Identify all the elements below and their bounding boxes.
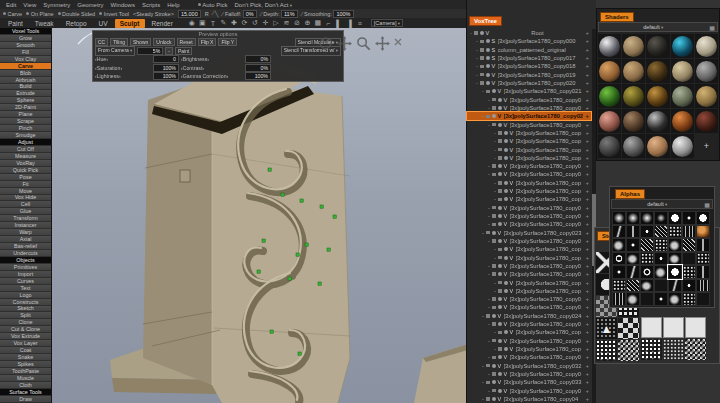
shader-swatch[interactable] (598, 34, 621, 58)
visibility-toggle-icon[interactable] (498, 372, 502, 376)
expander-icon[interactable]: - (494, 255, 496, 261)
expander-icon[interactable]: - (488, 304, 490, 310)
tool-item-carve[interactable]: Carve (0, 63, 51, 70)
stencil-swatch[interactable] (618, 318, 639, 339)
stencil-swatch[interactable] (685, 317, 706, 338)
tab-retopo[interactable]: Retopo (61, 19, 92, 28)
vertex-marker[interactable] (300, 199, 303, 202)
alpha-swatch[interactable] (640, 211, 654, 225)
expander-icon[interactable]: - (482, 313, 484, 319)
visibility-toggle-icon[interactable] (504, 181, 508, 185)
tool-item-cloth[interactable]: Cloth (0, 382, 51, 389)
alpha-swatch[interactable] (612, 292, 626, 306)
vertex-marker[interactable] (327, 248, 330, 251)
expander-icon[interactable]: - (482, 363, 484, 369)
visibility-toggle-icon[interactable] (486, 73, 490, 77)
tab-uv[interactable]: UV (94, 19, 113, 28)
expander-icon[interactable]: - (488, 163, 490, 169)
stencil-swatch[interactable] (618, 340, 639, 361)
voxtree-row[interactable]: -V[3x]polySurface1780_cop+ (467, 195, 591, 203)
shader-swatch[interactable] (622, 134, 645, 158)
visibility-toggle-icon[interactable] (504, 330, 508, 334)
add-child-icon[interactable]: + (585, 329, 589, 335)
sphere-icon[interactable]: ◉ (188, 19, 196, 27)
visibility-toggle-icon[interactable] (498, 123, 502, 127)
expander-icon[interactable]: - (476, 47, 478, 53)
visibility-toggle-icon[interactable] (498, 389, 502, 393)
ghost-toggle-icon[interactable] (492, 106, 496, 110)
alpha-swatch[interactable] (640, 279, 654, 293)
alpha-swatch[interactable] (654, 292, 668, 306)
visibility-toggle-icon[interactable] (498, 305, 502, 309)
ghost-toggle-icon[interactable] (492, 173, 496, 177)
expander-icon[interactable]: - (494, 246, 496, 252)
zoom-view-icon[interactable] (356, 36, 371, 51)
alpha-swatch[interactable] (682, 265, 696, 279)
voxtree-row[interactable]: -V[3x]polySurface1780_copy0+ (467, 96, 591, 104)
shader-swatch[interactable] (622, 59, 645, 83)
slider-value-gamma-correction[interactable]: 100% (245, 72, 271, 80)
minus-button[interactable]: - (165, 47, 173, 55)
shader-swatch[interactable] (671, 134, 694, 158)
expander-icon[interactable]: - (476, 38, 478, 44)
alpha-swatch[interactable] (668, 225, 682, 239)
add-child-icon[interactable]: + (585, 88, 589, 94)
ghost-toggle-icon[interactable] (498, 189, 502, 193)
ghost-toggle-icon[interactable] (492, 306, 496, 310)
add-child-icon[interactable]: + (585, 130, 589, 136)
ghost-toggle-icon[interactable] (492, 123, 496, 127)
voxtree-row[interactable]: -V[3x]polySurface1780_copy0+ (467, 303, 591, 311)
expander-icon[interactable]: - (488, 263, 490, 269)
expander-icon[interactable]: - (488, 213, 490, 219)
add-child-icon[interactable]: + (585, 238, 589, 244)
add-child-icon[interactable]: + (585, 188, 589, 194)
voxtree-row[interactable]: -V[3x]polySurface1780_cop+ (467, 187, 591, 195)
alpha-swatch[interactable] (612, 279, 626, 293)
vertex-marker[interactable] (318, 282, 321, 285)
slider-value-hue[interactable]: 0 (153, 55, 179, 63)
expander-icon[interactable]: - (488, 205, 490, 211)
shader-swatch[interactable] (598, 84, 621, 108)
tool-item-pinch[interactable]: Pinch (0, 125, 51, 132)
add-child-icon[interactable]: + (585, 280, 589, 286)
voxtree-row[interactable]: -V[3x]polySurface1780_copy0+ (467, 204, 591, 212)
vertex-marker[interactable] (333, 215, 336, 218)
expander-icon[interactable]: - (488, 171, 490, 177)
voxtree-row[interactable]: -V[3x]polySurface1780_copy0+ (467, 170, 591, 178)
voxtree-row[interactable]: -V[3x]polySurface1780_copy019+ (467, 71, 591, 79)
ghost-toggle-icon[interactable] (498, 289, 502, 293)
alpha-swatch[interactable] (640, 292, 654, 306)
alpha-swatch[interactable] (668, 211, 682, 225)
tool-item-quick-pick[interactable]: Quick Pick (0, 167, 51, 174)
voxtree-row[interactable]: -V[3x]polySurface1780_copy0+ (467, 262, 591, 270)
tool-item-glue[interactable]: Glue (0, 208, 51, 215)
falloff-curve-icon-1[interactable]: ╲ (215, 10, 219, 17)
tab-render[interactable]: Render (147, 19, 178, 28)
tool-item-split[interactable]: Split (0, 312, 51, 319)
add-child-icon[interactable]: + (585, 38, 589, 44)
param-value[interactable]: 11% (281, 10, 298, 18)
brush-icon[interactable]: ✚ (230, 19, 238, 27)
target-icon[interactable]: ⊕ (303, 19, 311, 27)
visibility-toggle-icon[interactable] (498, 339, 502, 343)
tool-item-airbrush[interactable]: Airbrush (0, 77, 51, 84)
visibility-toggle-icon[interactable] (504, 281, 508, 285)
expander-icon[interactable]: - (476, 55, 478, 61)
tool-item-blob[interactable]: Blob (0, 70, 51, 77)
slider-value-lightness[interactable]: 100% (153, 72, 179, 80)
stencil-swatch[interactable] (641, 317, 662, 338)
ghost-toggle-icon[interactable] (486, 115, 490, 119)
expander-icon[interactable]: - (482, 230, 484, 236)
alpha-swatch[interactable] (654, 225, 668, 239)
alpha-swatch[interactable] (612, 252, 626, 266)
tool-item-2d-paint[interactable]: 2D-Paint (0, 104, 51, 111)
stencil-swatch[interactable] (641, 339, 662, 360)
voxtree-row[interactable]: -V[3x]polySurface1780_copy0+ (467, 320, 591, 328)
checkbox-invert-tool[interactable]: Invert Tool (99, 11, 129, 17)
play-icon[interactable]: ▷ (272, 19, 280, 27)
tool-item-cut-off[interactable]: Cut Off (0, 146, 51, 153)
preview-btn-flip-x[interactable]: Flip X (198, 38, 217, 46)
alpha-swatch[interactable] (668, 265, 682, 279)
expander-icon[interactable]: - (494, 196, 496, 202)
menu-edit[interactable]: Edit (6, 2, 16, 8)
